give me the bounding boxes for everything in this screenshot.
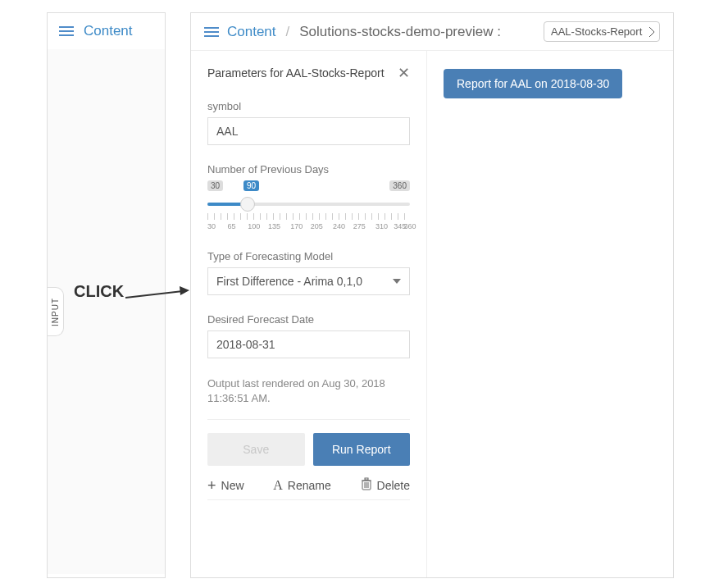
svg-line-0 <box>125 291 183 298</box>
breadcrumb-separator: / <box>286 24 290 40</box>
content-link-left[interactable]: Content <box>84 23 133 39</box>
tick: 310 <box>375 222 388 230</box>
tick: 135 <box>268 222 280 230</box>
date-input[interactable] <box>207 330 410 358</box>
plus-icon: + <box>207 478 216 493</box>
slider-ruler <box>207 213 410 220</box>
symbol-input[interactable] <box>207 117 410 145</box>
click-annotation-arrow <box>125 285 189 301</box>
symbol-label: symbol <box>207 100 410 112</box>
divider-bottom <box>207 499 410 500</box>
trash-icon <box>361 477 372 493</box>
days-slider[interactable]: 30 90 360 30 65 100 135 170 205 <box>207 180 410 232</box>
slider-track-wrap[interactable] <box>207 197 410 212</box>
tick: 100 <box>248 222 260 230</box>
save-button[interactable]: Save <box>207 433 305 466</box>
main-body: Parameters for AAL-Stocks-Report ✕ symbo… <box>191 51 673 577</box>
svg-marker-1 <box>180 286 189 295</box>
new-label: New <box>221 479 244 492</box>
delete-label: Delete <box>377 479 410 492</box>
slider-thumb[interactable] <box>240 197 255 212</box>
click-annotation-label: CLICK <box>74 282 124 301</box>
content-link-main[interactable]: Content <box>227 24 276 40</box>
menu-icon-main[interactable] <box>204 27 219 37</box>
tick: 205 <box>311 222 323 230</box>
button-row: Save Run Report <box>207 433 410 466</box>
tick: 360 <box>403 222 416 230</box>
tick: 30 <box>207 222 216 230</box>
model-select[interactable]: First Difference - Arima 0,1,0 <box>207 267 410 295</box>
model-select-value: First Difference - Arima 0,1,0 <box>216 275 362 288</box>
run-report-button[interactable]: Run Report <box>313 433 411 466</box>
main-panel: Content / Solutions-stocks-demo-preview … <box>190 12 674 578</box>
rename-action[interactable]: A Rename <box>273 477 330 493</box>
chevron-down-icon <box>393 279 401 284</box>
collapsed-header: Content <box>48 13 165 49</box>
menu-icon[interactable] <box>59 26 74 36</box>
letter-a-icon: A <box>273 478 283 493</box>
collapsed-body: INPUT <box>48 49 165 574</box>
report-content-area: Report for AAL on 2018-08-30 <box>427 51 673 577</box>
date-label: Desired Forecast Date <box>207 313 410 326</box>
input-tab[interactable]: INPUT <box>48 287 64 336</box>
breadcrumb-current: Solutions-stocks-demo-preview : <box>299 24 501 40</box>
slider-endpoints: 30 90 360 <box>207 180 410 194</box>
svg-rect-7 <box>365 478 368 480</box>
rename-label: Rename <box>288 479 331 492</box>
close-icon[interactable]: ✕ <box>398 66 410 80</box>
tick: 65 <box>228 222 236 230</box>
report-select-wrap[interactable]: AAL-Stocks-Report <box>544 21 660 42</box>
report-select[interactable]: AAL-Stocks-Report <box>544 21 660 42</box>
input-tab-label: INPUT <box>51 298 60 326</box>
delete-action[interactable]: Delete <box>361 477 410 493</box>
slider-ticks: 30 65 100 135 170 205 240 275 310 345 36… <box>207 222 410 232</box>
report-title-badge[interactable]: Report for AAL on 2018-08-30 <box>444 69 622 98</box>
main-header: Content / Solutions-stocks-demo-preview … <box>191 13 673 51</box>
slider-max-pill: 360 <box>389 180 410 191</box>
days-label: Number of Previous Days <box>207 163 410 175</box>
tick: 240 <box>333 222 345 230</box>
model-label: Type of Forecasting Model <box>207 250 410 262</box>
slider-min-pill: 30 <box>207 180 223 191</box>
panel-title: Parameters for AAL-Stocks-Report <box>207 66 385 80</box>
tick: 275 <box>353 222 366 230</box>
slider-current-pill: 90 <box>243 180 259 191</box>
panel-title-row: Parameters for AAL-Stocks-Report ✕ <box>207 66 410 80</box>
parameters-panel: Parameters for AAL-Stocks-Report ✕ symbo… <box>191 51 427 577</box>
divider <box>207 419 410 420</box>
new-action[interactable]: + New <box>207 477 244 493</box>
action-row: + New A Rename <box>207 477 410 493</box>
tick: 170 <box>290 222 303 230</box>
rendered-note: Output last rendered on Aug 30, 2018 11:… <box>207 376 410 406</box>
